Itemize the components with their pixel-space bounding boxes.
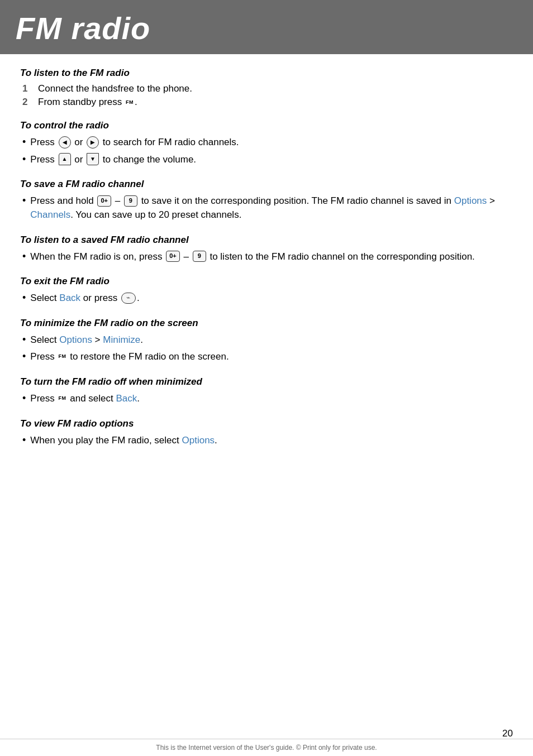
section-view-options: To view FM radio options When you play t… — [20, 418, 513, 448]
content: To listen to the FM radio 1 Connect the … — [0, 54, 533, 493]
list-item: Press or to search for FM radio channels… — [22, 136, 513, 150]
list-item: 2 From standby press FM. — [22, 97, 513, 108]
section-title: To listen to a saved FM radio channel — [20, 235, 513, 246]
minimize-link[interactable]: Minimize — [103, 334, 140, 345]
bullet-list: Select Options > Minimize. Press FM to r… — [22, 333, 513, 364]
numbered-list: 1 Connect the handsfree to the phone. 2 … — [22, 83, 513, 108]
end-call-icon — [121, 293, 136, 304]
page-number: 20 — [502, 728, 513, 739]
bullet-list: Press or to search for FM radio channels… — [22, 136, 513, 166]
section-control-radio: To control the radio Press or to search … — [20, 120, 513, 166]
vol-down-icon — [87, 153, 99, 165]
section-title: To listen to the FM radio — [20, 68, 513, 79]
fm-icon-3: FM — [59, 395, 66, 402]
list-item-text: Connect the handsfree to the phone. — [38, 83, 192, 94]
left-arrow-icon — [59, 136, 71, 149]
list-item: Press FM to restore the FM radio on the … — [22, 350, 513, 364]
section-title: To exit the FM radio — [20, 276, 513, 287]
key-9-icon: 9 — [124, 195, 137, 207]
footer-text: This is the Internet version of the User… — [156, 744, 377, 752]
section-title: To view FM radio options — [20, 418, 513, 429]
right-arrow-icon — [87, 136, 99, 149]
section-title: To turn the FM radio off when minimized — [20, 376, 513, 387]
back-link[interactable]: Back — [59, 293, 80, 303]
section-minimize-fm: To minimize the FM radio on the screen S… — [20, 318, 513, 364]
key-0plus-icon-2: 0+ — [166, 251, 180, 262]
list-item: 1 Connect the handsfree to the phone. — [22, 83, 513, 94]
bullet-list: When the FM radio is on, press 0+ – 9 to… — [22, 250, 513, 264]
header: FM radio — [0, 0, 533, 54]
list-item-text: From standby press FM. — [38, 97, 137, 108]
list-item: When you play the FM radio, select Optio… — [22, 434, 513, 448]
section-title: To minimize the FM radio on the screen — [20, 318, 513, 329]
fm-icon-2: FM — [59, 353, 66, 360]
channels-link[interactable]: Channels — [30, 209, 70, 220]
options-link-2[interactable]: Options — [59, 334, 92, 345]
footer: This is the Internet version of the User… — [0, 739, 533, 756]
options-link[interactable]: Options — [454, 195, 487, 206]
options-link-3[interactable]: Options — [182, 435, 215, 446]
section-save-channel: To save a FM radio channel Press and hol… — [20, 179, 513, 222]
section-listen-to-fm: To listen to the FM radio 1 Connect the … — [20, 68, 513, 108]
key-9-icon-2: 9 — [193, 251, 206, 262]
bullet-list: Press FM and select Back. — [22, 392, 513, 406]
section-title: To control the radio — [20, 120, 513, 131]
fm-icon: FM — [126, 99, 134, 105]
back-link-2[interactable]: Back — [116, 393, 137, 404]
list-item: When the FM radio is on, press 0+ – 9 to… — [22, 250, 513, 264]
section-listen-saved: To listen to a saved FM radio channel Wh… — [20, 235, 513, 264]
section-exit-fm: To exit the FM radio Select Back or pres… — [20, 276, 513, 305]
vol-up-icon — [59, 153, 71, 165]
bullet-list: When you play the FM radio, select Optio… — [22, 434, 513, 448]
list-item: Press or to change the volume. — [22, 153, 513, 167]
list-item: Select Options > Minimize. — [22, 333, 513, 347]
section-turn-off-minimized: To turn the FM radio off when minimized … — [20, 376, 513, 406]
list-item: Select Back or press . — [22, 291, 513, 305]
bullet-list: Press and hold 0+ – 9 to save it on the … — [22, 194, 513, 222]
key-0plus-icon: 0+ — [97, 195, 111, 207]
list-item: Press and hold 0+ – 9 to save it on the … — [22, 194, 513, 222]
list-item: Press FM and select Back. — [22, 392, 513, 406]
section-title: To save a FM radio channel — [20, 179, 513, 190]
page-title: FM radio — [16, 10, 517, 46]
bullet-list: Select Back or press . — [22, 291, 513, 305]
